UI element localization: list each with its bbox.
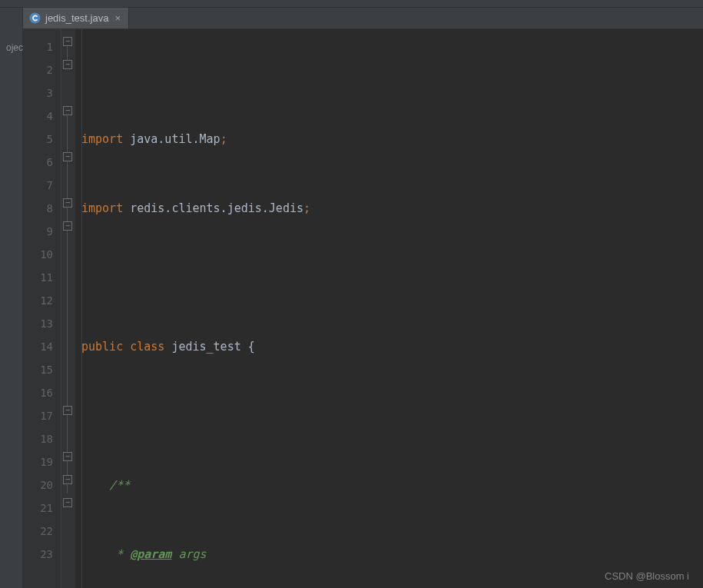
line-number: 2	[31, 58, 53, 81]
code-line: import redis.clients.jedis.Jedis;	[81, 197, 703, 220]
code-line: * @param args	[81, 543, 703, 566]
code-line: /**	[81, 473, 703, 497]
code-line: import java.util.Map;	[81, 128, 703, 151]
project-tool-label[interactable]: ojec	[0, 42, 23, 53]
tab-jedis-test[interactable]: jedis_test.java ×	[23, 8, 129, 28]
line-number: 21	[31, 497, 53, 520]
watermark-text: CSDN @Blossom i	[605, 570, 689, 582]
line-number: 13	[31, 312, 53, 335]
line-number: 19	[31, 450, 53, 473]
fold-toggle-icon[interactable]: −	[63, 221, 72, 231]
fold-toggle-icon[interactable]: −	[63, 406, 72, 415]
fold-toggle-icon[interactable]: −	[63, 37, 72, 46]
line-number: 18	[31, 427, 53, 450]
line-number: 17	[31, 404, 53, 427]
tabs-row: jedis_test.java ×	[0, 8, 703, 29]
line-number: 9	[31, 220, 53, 243]
code-line	[81, 266, 703, 289]
tab-close-icon[interactable]: ×	[113, 12, 122, 24]
code-line: public class jedis_test {	[81, 335, 703, 358]
fold-end-icon[interactable]: −	[63, 452, 72, 461]
code-line	[81, 404, 703, 427]
line-number: 10	[31, 243, 53, 266]
line-number: 4	[31, 105, 53, 128]
fold-toggle-icon[interactable]: −	[63, 152, 72, 161]
line-number: 23	[31, 543, 53, 566]
line-number: 11	[31, 266, 53, 289]
code-area[interactable]: import java.util.Map; import redis.clien…	[75, 29, 703, 588]
fold-end-icon[interactable]: −	[63, 475, 72, 484]
line-number: 8	[31, 197, 53, 220]
line-number: 14	[31, 335, 53, 358]
fold-end-icon[interactable]: −	[63, 498, 72, 507]
svg-point-0	[30, 13, 41, 24]
fold-end-icon[interactable]: −	[63, 60, 72, 69]
java-class-icon	[29, 12, 41, 24]
line-number: 6	[31, 151, 53, 174]
line-number: 22	[31, 520, 53, 543]
fold-gutter[interactable]: − − − − − − − − − −	[61, 29, 75, 588]
line-number: 1	[31, 35, 53, 58]
tool-window-stub[interactable]	[0, 8, 23, 29]
line-number: 3	[31, 81, 53, 105]
line-number: 7	[31, 174, 53, 197]
editor: 1 2 3 4 5 6 7 8 9 10 11 12 13 14 15 16 1…	[0, 29, 703, 588]
line-number: 5	[31, 128, 53, 151]
left-tool-strip	[0, 29, 23, 588]
line-number: 15	[31, 358, 53, 381]
fold-line	[67, 112, 68, 493]
fold-toggle-icon[interactable]: −	[63, 106, 72, 115]
line-number-gutter[interactable]: 1 2 3 4 5 6 7 8 9 10 11 12 13 14 15 16 1…	[23, 29, 61, 588]
line-number: 20	[31, 473, 53, 497]
tab-filename: jedis_test.java	[45, 12, 108, 24]
fold-end-icon[interactable]: −	[63, 198, 72, 208]
indent-guide	[81, 29, 82, 588]
line-number: 16	[31, 381, 53, 404]
title-bar-stub	[0, 0, 703, 8]
line-number: 12	[31, 289, 53, 312]
